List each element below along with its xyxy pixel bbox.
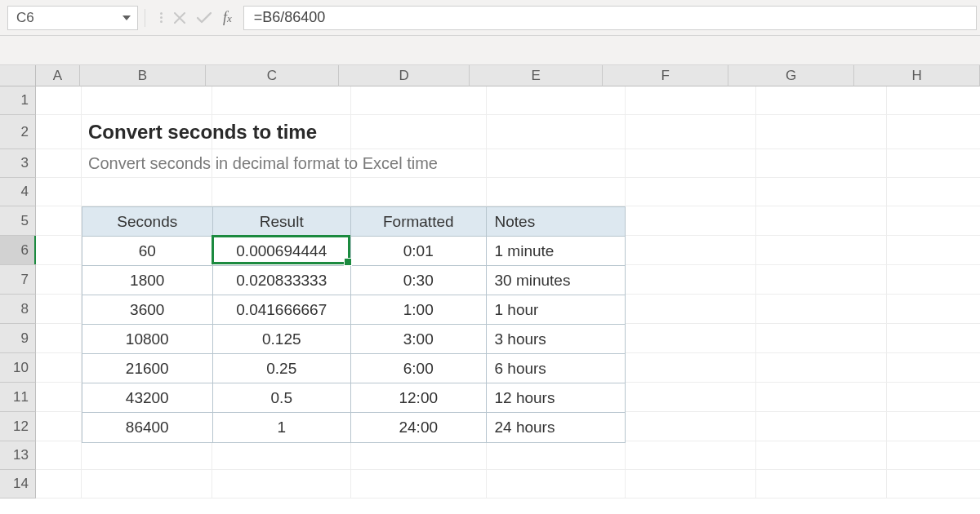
select-all-corner[interactable] [0, 65, 36, 86]
column-header-F[interactable]: F [603, 65, 728, 86]
cell-G2[interactable] [756, 115, 887, 149]
cell-H12[interactable] [887, 412, 980, 441]
column-header-H[interactable]: H [854, 65, 980, 86]
row-header-14[interactable]: 14 [0, 470, 36, 498]
cell-G4[interactable] [756, 178, 887, 206]
cell-G3[interactable] [756, 149, 887, 178]
cell-H6[interactable] [887, 236, 980, 265]
table-cell[interactable]: 0.000694444 [213, 237, 351, 266]
cell-A10[interactable] [36, 353, 82, 383]
table-cell[interactable]: 0.041666667 [213, 295, 351, 325]
cell-D1[interactable] [351, 86, 487, 115]
table-cell[interactable]: 6:00 [351, 354, 487, 383]
cell-D13[interactable] [351, 441, 487, 470]
cell-G13[interactable] [756, 441, 887, 470]
cell-F14[interactable] [626, 470, 756, 498]
cell-G7[interactable] [756, 265, 887, 295]
table-cell[interactable]: 60 [82, 237, 213, 266]
table-header[interactable]: Result [213, 207, 351, 237]
table-cell[interactable]: 30 minutes [487, 266, 625, 295]
row-header-5[interactable]: 5 [0, 206, 36, 236]
cell-G1[interactable] [756, 86, 887, 115]
cell-F5[interactable] [626, 206, 756, 236]
table-cell[interactable]: 86400 [82, 413, 213, 442]
table-cell[interactable]: 43200 [82, 383, 213, 413]
table-cell[interactable]: 0.125 [213, 325, 351, 354]
column-header-A[interactable]: A [36, 65, 80, 86]
cell-D14[interactable] [351, 470, 487, 498]
cell-F7[interactable] [626, 265, 756, 295]
table-cell[interactable]: 3:00 [351, 325, 487, 354]
column-header-C[interactable]: C [206, 65, 339, 86]
table-header[interactable]: Seconds [82, 207, 213, 237]
cell-G11[interactable] [756, 383, 887, 412]
cell-C4[interactable] [212, 178, 351, 206]
row-header-2[interactable]: 2 [0, 115, 36, 149]
cell-G14[interactable] [756, 470, 887, 498]
cell-G8[interactable] [756, 295, 887, 324]
cell-F9[interactable] [626, 324, 756, 353]
cell-G12[interactable] [756, 412, 887, 441]
cell-H7[interactable] [887, 265, 980, 295]
row-header-6[interactable]: 6 [0, 236, 36, 265]
cell-F4[interactable] [626, 178, 756, 206]
table-cell[interactable]: 0:30 [351, 266, 487, 295]
table-cell[interactable]: 0:01 [351, 237, 487, 266]
cell-E4[interactable] [487, 178, 626, 206]
row-header-12[interactable]: 12 [0, 412, 36, 441]
cell-E13[interactable] [487, 441, 626, 470]
cell-H2[interactable] [887, 115, 980, 149]
cell-H10[interactable] [887, 353, 980, 383]
cell-G6[interactable] [756, 236, 887, 265]
row-header-9[interactable]: 9 [0, 324, 36, 353]
column-header-D[interactable]: D [339, 65, 470, 86]
cell-G9[interactable] [756, 324, 887, 353]
column-header-E[interactable]: E [470, 65, 603, 86]
cell-A2[interactable] [36, 115, 82, 149]
cell-A3[interactable] [36, 149, 82, 178]
table-cell[interactable]: 21600 [82, 354, 213, 383]
fx-icon[interactable]: fx [223, 9, 232, 26]
enter-check-icon[interactable] [197, 12, 212, 24]
chevron-down-icon[interactable] [122, 16, 131, 20]
cell-A11[interactable] [36, 383, 82, 412]
cell-H4[interactable] [887, 178, 980, 206]
cell-G5[interactable] [756, 206, 887, 236]
cell-F12[interactable] [626, 412, 756, 441]
cell-B1[interactable] [82, 86, 212, 115]
cell-A14[interactable] [36, 470, 82, 498]
row-header-1[interactable]: 1 [0, 86, 36, 115]
cells-area[interactable]: Convert seconds to timeConvert seconds i… [36, 86, 980, 514]
table-cell[interactable]: 1 minute [487, 237, 625, 266]
row-header-10[interactable]: 10 [0, 353, 36, 383]
row-header-8[interactable]: 8 [0, 295, 36, 324]
cell-A13[interactable] [36, 441, 82, 470]
table-cell[interactable]: 3600 [82, 295, 213, 325]
cell-H11[interactable] [887, 383, 980, 412]
cell-A12[interactable] [36, 412, 82, 441]
cell-C13[interactable] [212, 441, 351, 470]
table-cell[interactable]: 24:00 [351, 413, 487, 442]
row-header-13[interactable]: 13 [0, 441, 36, 470]
table-cell[interactable]: 1 hour [487, 295, 625, 325]
table-cell[interactable]: 3 hours [487, 325, 625, 354]
cell-H3[interactable] [887, 149, 980, 178]
cell-F11[interactable] [626, 383, 756, 412]
formula-input[interactable]: =B6/86400 [243, 6, 977, 30]
cell-F13[interactable] [626, 441, 756, 470]
cell-E1[interactable] [487, 86, 626, 115]
cell-A7[interactable] [36, 265, 82, 295]
cell-H14[interactable] [887, 470, 980, 498]
table-header[interactable]: Formatted [351, 207, 487, 237]
table-cell[interactable]: 0.25 [213, 354, 351, 383]
table-cell[interactable]: 12 hours [487, 383, 625, 413]
row-header-3[interactable]: 3 [0, 149, 36, 178]
table-cell[interactable]: 10800 [82, 325, 213, 354]
cell-F8[interactable] [626, 295, 756, 324]
row-header-4[interactable]: 4 [0, 178, 36, 206]
cell-A8[interactable] [36, 295, 82, 324]
cell-H13[interactable] [887, 441, 980, 470]
spreadsheet-grid[interactable]: ABCDEFGH 1234567891011121314 Convert sec… [0, 65, 980, 514]
cell-F10[interactable] [626, 353, 756, 383]
table-cell[interactable]: 24 hours [487, 413, 625, 442]
